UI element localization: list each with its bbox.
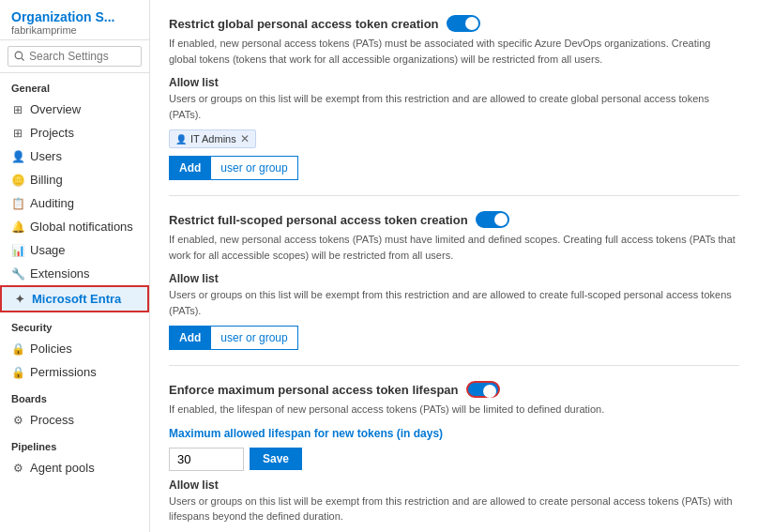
sidebar-item-global-notifications[interactable]: 🔔Global notifications: [0, 215, 149, 238]
overview-icon: ⊞: [11, 103, 24, 116]
max-lifespan-label: Maximum allowed lifespan for new tokens …: [169, 427, 739, 440]
policies-icon: 🔒: [11, 342, 24, 356]
search-area[interactable]: [0, 40, 149, 73]
users-icon: 👤: [11, 150, 24, 163]
extensions-icon: 🔧: [11, 267, 24, 281]
projects-icon: ⊞: [11, 127, 24, 140]
section-label-general: General: [0, 73, 149, 98]
section-restrict-global-title: Restrict global personal access token cr…: [169, 15, 739, 32]
sidebar-item-extensions[interactable]: 🔧Extensions: [0, 262, 149, 285]
svg-line-1: [22, 58, 24, 61]
section-restrict-global: Restrict global personal access token cr…: [169, 0, 739, 196]
tag-label-1: IT Admins: [190, 133, 236, 144]
org-title: Organization S...: [11, 9, 138, 24]
section-restrict-global-desc: If enabled, new personal access tokens (…: [169, 36, 739, 67]
section-enforce-lifespan: Enforce maximum personal access token li…: [169, 366, 739, 532]
search-input[interactable]: [29, 50, 135, 63]
toggle-restrict-global[interactable]: [447, 15, 480, 32]
auditing-icon: 📋: [11, 197, 24, 210]
sidebar-section-general: General ⊞Overview ⊞Projects 👤Users 🪙Bill…: [0, 73, 149, 312]
sidebar-item-policies[interactable]: 🔒Policies: [0, 337, 149, 360]
org-header: Organization S... fabrikamprime: [0, 0, 149, 40]
sidebar-item-usage[interactable]: 📊Usage: [0, 238, 149, 262]
org-subtitle: fabrikamprime: [11, 24, 138, 36]
section-enforce-lifespan-desc: If enabled, the lifespan of new personal…: [169, 402, 739, 418]
add-btn-sub-label-1: user or group: [210, 156, 297, 180]
sidebar-item-billing[interactable]: 🪙Billing: [0, 168, 149, 191]
permissions-icon: 🔒: [11, 366, 24, 379]
billing-icon: 🪙: [11, 174, 24, 187]
allow-list-label-2: Allow list: [169, 272, 739, 285]
allow-list-label-1: Allow list: [169, 76, 739, 89]
sidebar-section-boards: Boards ⚙Process: [0, 384, 149, 432]
allow-list-desc-3: Users or groups on this list will be exe…: [169, 494, 739, 524]
save-button[interactable]: Save: [250, 448, 302, 470]
tag-close-1[interactable]: ✕: [240, 132, 250, 145]
allow-list-desc-2: Users or groups on this list will be exe…: [169, 287, 739, 318]
tag-it-admins: 👤 IT Admins ✕: [169, 129, 256, 148]
add-btn-add-label-2[interactable]: Add: [169, 326, 210, 350]
main-content: Restrict global personal access token cr…: [150, 0, 758, 532]
lifespan-input-row: Save: [169, 448, 739, 471]
process-icon: ⚙: [11, 414, 24, 427]
entra-icon: ✦: [13, 293, 26, 306]
sidebar-section-pipelines: Pipelines ⚙Agent pools: [0, 432, 149, 479]
sidebar-item-users[interactable]: 👤Users: [0, 144, 149, 168]
add-btn-sub-label-2: user or group: [210, 326, 297, 350]
sidebar-section-security: Security 🔒Policies 🔒Permissions: [0, 312, 149, 384]
section-label-boards: Boards: [0, 384, 149, 408]
tag-container-1: 👤 IT Admins ✕: [169, 129, 739, 156]
sidebar-item-process[interactable]: ⚙Process: [0, 408, 149, 432]
section-restrict-full-scoped-title: Restrict full-scoped personal access tok…: [169, 211, 739, 228]
section-restrict-full-scoped: Restrict full-scoped personal access tok…: [169, 196, 739, 366]
sidebar-item-microsoft-entra[interactable]: ✦Microsoft Entra: [0, 285, 149, 312]
lifespan-input[interactable]: [169, 448, 244, 471]
toggle-enforce-lifespan[interactable]: [466, 381, 500, 398]
tag-icon-1: 👤: [175, 134, 187, 144]
section-label-security: Security: [0, 312, 149, 337]
section-enforce-lifespan-title: Enforce maximum personal access token li…: [169, 381, 739, 398]
sidebar-item-overview[interactable]: ⊞Overview: [0, 98, 149, 121]
add-button-2[interactable]: Add user or group: [169, 326, 298, 350]
add-button-1[interactable]: Add user or group: [169, 156, 298, 180]
sidebar-item-projects[interactable]: ⊞Projects: [0, 121, 149, 144]
add-btn-add-label-1[interactable]: Add: [169, 156, 210, 180]
section-restrict-full-scoped-desc: If enabled, new personal access tokens (…: [169, 232, 739, 263]
sidebar-item-auditing[interactable]: 📋Auditing: [0, 191, 149, 215]
sidebar-item-permissions[interactable]: 🔒Permissions: [0, 360, 149, 384]
usage-icon: 📊: [11, 244, 24, 257]
agent-pools-icon: ⚙: [11, 462, 24, 475]
sidebar: Organization S... fabrikamprime General …: [0, 0, 150, 532]
svg-point-0: [15, 52, 23, 59]
allow-list-desc-1: Users or groups on this list will be exe…: [169, 91, 739, 122]
search-box[interactable]: [8, 46, 142, 67]
toggle-restrict-full-scoped[interactable]: [476, 211, 509, 228]
allow-list-label-3: Allow list: [169, 479, 739, 492]
notifications-icon: 🔔: [11, 220, 24, 234]
search-icon: [14, 51, 25, 62]
section-label-pipelines: Pipelines: [0, 432, 149, 456]
sidebar-item-agent-pools[interactable]: ⚙Agent pools: [0, 456, 149, 479]
